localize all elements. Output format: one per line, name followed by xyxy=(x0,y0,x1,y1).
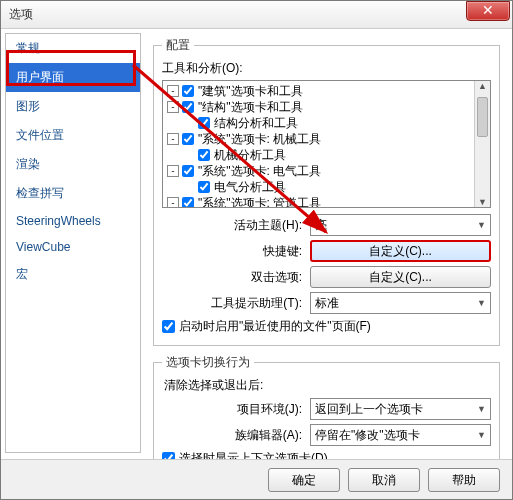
chevron-down-icon: ▼ xyxy=(477,298,486,308)
dialog-body: 常规 用户界面 图形 文件位置 渲染 检查拼写 SteeringWheels V… xyxy=(1,29,512,457)
sidebar-item-spellcheck[interactable]: 检查拼写 xyxy=(6,179,140,208)
dialog-footer: 确定 取消 帮助 xyxy=(1,459,512,499)
tree-item[interactable]: "系统"选项卡: 机械工具 xyxy=(198,131,321,148)
close-button[interactable]: ✕ xyxy=(466,1,510,21)
tree-item[interactable]: "结构"选项卡和工具 xyxy=(198,99,303,116)
sidebar-item-graphics[interactable]: 图形 xyxy=(6,92,140,121)
tree-item[interactable]: 电气分析工具 xyxy=(214,179,286,196)
tools-label: 工具和分析(O): xyxy=(162,60,491,77)
options-dialog: 选项 ✕ 常规 用户界面 图形 文件位置 渲染 检查拼写 SteeringWhe… xyxy=(0,0,513,500)
tree-item[interactable]: "建筑"选项卡和工具 xyxy=(198,83,303,100)
titlebar: 选项 ✕ xyxy=(1,1,512,29)
config-group: 配置 工具和分析(O): -"建筑"选项卡和工具 -"结构"选项卡和工具 结构分… xyxy=(153,37,500,346)
tree-chk[interactable] xyxy=(198,149,210,161)
family-editor-select[interactable]: 停留在"修改"选项卡▼ xyxy=(310,424,491,446)
tooltip-select[interactable]: 标准▼ xyxy=(310,292,491,314)
tree-item[interactable]: 结构分析和工具 xyxy=(214,115,298,132)
tooltip-value: 标准 xyxy=(315,295,339,312)
doubleclick-customize-button[interactable]: 自定义(C)... xyxy=(310,266,491,288)
theme-select[interactable]: 亮▼ xyxy=(310,214,491,236)
recent-files-label: 启动时启用"最近使用的文件"页面(F) xyxy=(179,318,371,335)
doubleclick-label: 双击选项: xyxy=(162,269,310,286)
theme-value: 亮 xyxy=(315,217,327,234)
project-env-value: 返回到上一个选项卡 xyxy=(315,401,423,418)
help-button[interactable]: 帮助 xyxy=(428,468,500,492)
sidebar-item-general[interactable]: 常规 xyxy=(6,34,140,63)
sidebar-item-macros[interactable]: 宏 xyxy=(6,260,140,289)
sidebar-item-render[interactable]: 渲染 xyxy=(6,150,140,179)
tree-chk[interactable] xyxy=(198,117,210,129)
tree-chk[interactable] xyxy=(198,181,210,193)
shortcut-label: 快捷键: xyxy=(162,243,310,260)
project-env-label: 项目环境(J): xyxy=(162,401,310,418)
tree-chk[interactable] xyxy=(182,197,194,208)
config-legend: 配置 xyxy=(162,37,194,54)
content-pane: 配置 工具和分析(O): -"建筑"选项卡和工具 -"结构"选项卡和工具 结构分… xyxy=(141,29,512,457)
tree-item[interactable]: "系统"选项卡: 电气工具 xyxy=(198,163,321,180)
tree-chk[interactable] xyxy=(182,165,194,177)
project-env-select[interactable]: 返回到上一个选项卡▼ xyxy=(310,398,491,420)
sidebar-item-viewcube[interactable]: ViewCube xyxy=(6,234,140,260)
sidebar-item-steeringwheels[interactable]: SteeringWheels xyxy=(6,208,140,234)
chevron-down-icon: ▼ xyxy=(477,430,486,440)
theme-label: 活动主题(H): xyxy=(162,217,310,234)
tooltip-label: 工具提示助理(T): xyxy=(162,295,310,312)
cancel-button[interactable]: 取消 xyxy=(348,468,420,492)
tools-tree[interactable]: -"建筑"选项卡和工具 -"结构"选项卡和工具 结构分析和工具 -"系统"选项卡… xyxy=(162,80,491,208)
chevron-down-icon: ▼ xyxy=(477,404,486,414)
shortcut-customize-button[interactable]: 自定义(C)... xyxy=(310,240,491,262)
chevron-down-icon: ▼ xyxy=(477,220,486,230)
sidebar-item-ui[interactable]: 用户界面 xyxy=(6,63,140,92)
ok-button[interactable]: 确定 xyxy=(268,468,340,492)
tree-scrollbar[interactable] xyxy=(474,81,490,207)
sidebar-item-file-locations[interactable]: 文件位置 xyxy=(6,121,140,150)
category-sidebar: 常规 用户界面 图形 文件位置 渲染 检查拼写 SteeringWheels V… xyxy=(5,33,141,453)
tree-chk[interactable] xyxy=(182,101,194,113)
tree-item[interactable]: "系统"选项卡: 管道工具 xyxy=(198,195,321,209)
tree-chk[interactable] xyxy=(182,85,194,97)
recent-files-checkbox[interactable] xyxy=(162,320,175,333)
tree-chk[interactable] xyxy=(182,133,194,145)
family-editor-value: 停留在"修改"选项卡 xyxy=(315,427,420,444)
tree-item[interactable]: 机械分析工具 xyxy=(214,147,286,164)
tabswitch-legend: 选项卡切换行为 xyxy=(162,354,254,371)
clear-label: 清除选择或退出后: xyxy=(164,377,491,394)
window-title: 选项 xyxy=(9,6,466,23)
family-editor-label: 族编辑器(A): xyxy=(162,427,310,444)
